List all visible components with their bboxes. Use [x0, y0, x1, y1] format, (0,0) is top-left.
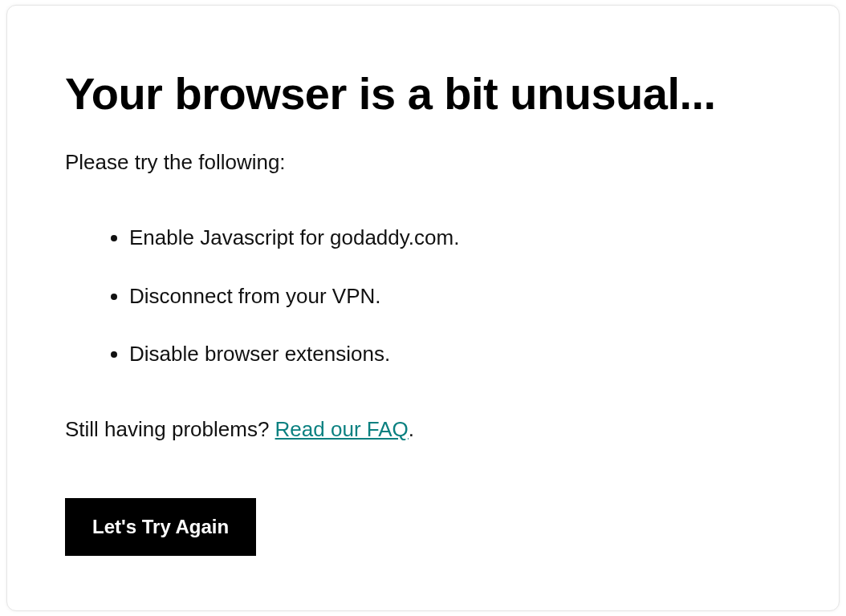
- page-title: Your browser is a bit unusual...: [65, 68, 781, 120]
- instructions-list: Enable Javascript for godaddy.com. Disco…: [65, 223, 781, 368]
- help-suffix: .: [409, 417, 414, 441]
- instructions-subheading: Please try the following:: [65, 150, 781, 175]
- help-prefix: Still having problems?: [65, 417, 275, 441]
- error-card: Your browser is a bit unusual... Please …: [6, 5, 840, 611]
- list-item: Disconnect from your VPN.: [129, 282, 781, 310]
- retry-button[interactable]: Let's Try Again: [65, 498, 256, 556]
- list-item: Enable Javascript for godaddy.com.: [129, 223, 781, 252]
- faq-link[interactable]: Read our FAQ: [275, 417, 409, 441]
- help-line: Still having problems? Read our FAQ.: [65, 417, 781, 442]
- list-item: Disable browser extensions.: [129, 339, 781, 368]
